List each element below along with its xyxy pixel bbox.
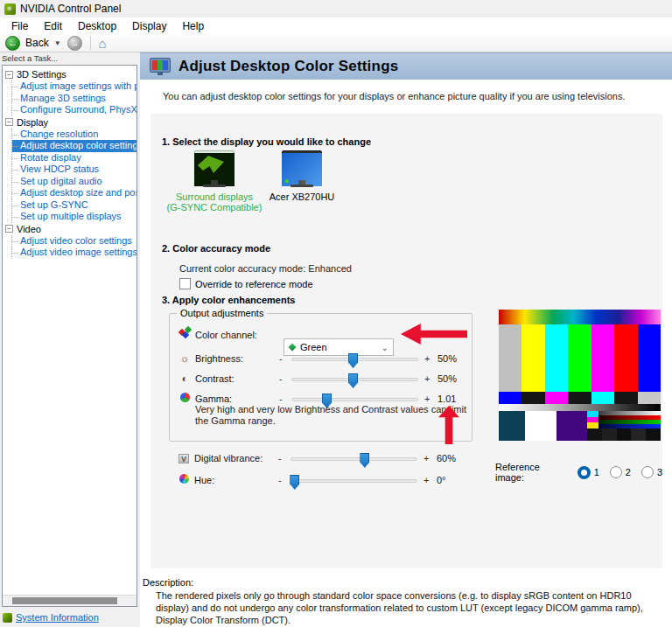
slider-minus-label: - [279, 373, 283, 384]
sidebar-item-adjust-video-color-settings[interactable]: Adjust video color settings [12, 235, 136, 247]
menu-display[interactable]: Display [124, 18, 174, 34]
rgb-gradient-strips [598, 411, 661, 428]
slider-plus-label: + [424, 373, 430, 384]
digital-vibrance-icon: V [178, 452, 190, 464]
back-button[interactable]: ← [5, 36, 20, 51]
hue-slider-handle[interactable] [290, 475, 299, 490]
acer-display-icon [279, 150, 325, 189]
description-text: The rendered pixels only go through stan… [156, 589, 662, 626]
sidebar-item-set-up-digital-audio[interactable]: Set up digital audio [12, 176, 136, 188]
nvidia-control-panel-window: NVIDIA Control Panel File Edit Desktop D… [0, 0, 672, 627]
slider-label: Contrast: [195, 373, 234, 384]
sidebar-item-set-up-gsync[interactable]: Set up G-SYNC [12, 199, 136, 212]
group-children: Change resolution Adjust desktop color s… [11, 129, 136, 223]
group-label: 3D Settings [17, 69, 66, 80]
sidebar-item-adjust-image-settings[interactable]: Adjust image settings with preview [12, 80, 136, 93]
collapse-icon[interactable]: − [5, 225, 13, 233]
task-tree: − 3D Settings Adjust image settings with… [3, 66, 136, 259]
reference-image-option-3[interactable]: 3 [641, 466, 662, 478]
radio-icon[interactable] [610, 466, 622, 478]
back-button-label[interactable]: Back [25, 37, 49, 49]
chevron-down-icon: ⌄ [382, 343, 388, 352]
hue-value: 0° [437, 475, 446, 485]
brightness-slider-handle[interactable] [348, 353, 358, 368]
color-bars-test-pattern [499, 310, 661, 441]
slider-label: Brightness: [195, 353, 243, 364]
reference-image-option-1[interactable]: 1 [578, 466, 599, 479]
reference-image-row: Reference image: 1 2 3 [495, 462, 662, 483]
sidebar-group-display[interactable]: − Display [5, 116, 136, 129]
home-icon[interactable]: ⌂ [99, 37, 107, 50]
reference-image-option-2[interactable]: 2 [610, 466, 631, 478]
contrast-slider-handle[interactable] [348, 373, 358, 388]
slider-label: Hue: [194, 475, 214, 485]
override-reference-mode-row: Override to reference mode [179, 278, 313, 289]
radio-label: 2 [626, 467, 631, 477]
display-label: Acer XB270HU [245, 192, 359, 202]
back-history-dropdown-icon[interactable]: ▼ [54, 39, 61, 47]
group-children: Adjust image settings with preview Manag… [11, 80, 136, 116]
sidebar-group-3d-settings[interactable]: − 3D Settings [5, 68, 136, 80]
collapse-icon[interactable]: − [5, 71, 13, 79]
sidebar-item-set-up-multiple-displays[interactable]: Set up multiple displays [12, 211, 136, 223]
gray-gradient-strip [499, 404, 661, 411]
collapse-icon[interactable]: − [5, 118, 13, 126]
sidebar-item-adjust-desktop-color-settings[interactable]: Adjust desktop color settings [12, 140, 137, 152]
color-channel-icon [178, 327, 191, 340]
pattern-detail-area [587, 411, 661, 441]
system-information-link[interactable]: System Information [16, 612, 99, 623]
forward-button[interactable]: → [67, 36, 82, 51]
sidebar-item-manage-3d-settings[interactable]: Manage 3D settings [12, 93, 136, 105]
gamma-slider-track[interactable] [291, 398, 418, 401]
display-option-acer[interactable]: Acer XB270HU [245, 150, 359, 202]
slider-plus-label: + [424, 475, 429, 485]
purple-swatch [556, 411, 587, 441]
slider-plus-label: + [424, 353, 430, 364]
slider-minus-label: - [279, 353, 283, 364]
digital-vibrance-slider-track[interactable] [290, 457, 417, 461]
color-settings-icon [150, 58, 171, 75]
slider-minus-label: - [278, 475, 282, 485]
sidebar-item-rotate-display[interactable]: Rotate display [12, 152, 136, 164]
teal-swatch [499, 411, 525, 441]
contrast-slider-track[interactable] [291, 378, 418, 381]
forward-arrow-icon: → [70, 38, 80, 48]
radio-selected-icon[interactable] [578, 466, 591, 479]
toolbar-separator [90, 36, 91, 50]
rainbow-gradient-strip [499, 310, 661, 324]
group-children: Adjust video color settings Adjust video… [11, 235, 136, 259]
sidebar-item-change-resolution[interactable]: Change resolution [12, 129, 136, 141]
menu-help[interactable]: Help [174, 18, 212, 34]
select-task-label: Select a Task... [2, 53, 58, 63]
digital-vibrance-slider-handle[interactable] [360, 453, 369, 468]
menu-file[interactable]: File [4, 18, 36, 34]
menu-bar: File Edit Desktop Display Help [0, 17, 672, 34]
menu-desktop[interactable]: Desktop [70, 18, 124, 34]
sidebar-item-configure-surround-physx[interactable]: Configure Surround, PhysX [12, 104, 136, 116]
test-pattern-bars-main [499, 324, 661, 392]
group-label: Display [17, 117, 48, 128]
sidebar-item-adjust-desktop-size-position[interactable]: Adjust desktop size and position [12, 187, 136, 199]
slider-plus-label: + [424, 394, 430, 404]
gamma-value: 1.01 [438, 394, 456, 404]
sidebar-item-adjust-video-image-settings[interactable]: Adjust video image settings [12, 247, 136, 259]
groupbox-legend: Output adjustments [177, 308, 267, 318]
radio-label: 3 [657, 467, 662, 477]
scrollbar-thumb[interactable] [12, 597, 117, 604]
sidebar-item-view-hdcp-status[interactable]: View HDCP status [12, 164, 136, 176]
menu-edit[interactable]: Edit [36, 18, 70, 34]
override-reference-mode-checkbox[interactable] [179, 278, 191, 289]
gamma-icon [178, 393, 191, 405]
sidebar-group-video[interactable]: − Video [5, 223, 136, 235]
section2-heading: 2. Color accuracy mode [162, 243, 270, 254]
contrast-icon: ◐ [178, 373, 191, 385]
radio-icon[interactable] [641, 466, 654, 478]
radio-label: 1 [594, 467, 599, 477]
tree-horizontal-scrollbar[interactable] [3, 595, 136, 606]
slider-minus-label: - [278, 453, 282, 463]
window-title: NVIDIA Control Panel [20, 3, 121, 15]
hue-slider-track[interactable] [290, 479, 417, 483]
brightness-value: 50% [438, 353, 457, 364]
cmy-stack [587, 411, 598, 428]
brightness-slider-track[interactable] [291, 358, 418, 361]
